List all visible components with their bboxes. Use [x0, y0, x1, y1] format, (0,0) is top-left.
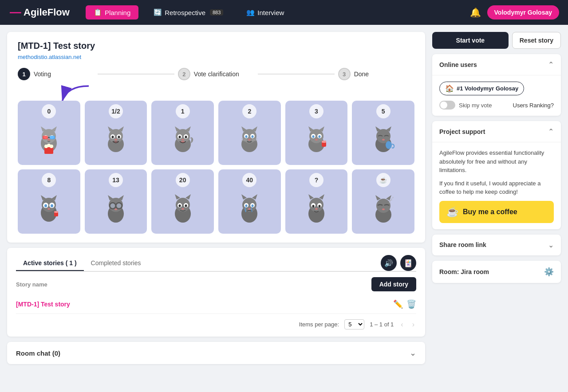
planning-nav-btn[interactable]: 📋 Planning [86, 5, 138, 20]
notifications-bell-button[interactable]: 🔔 [470, 7, 481, 18]
cat-half [96, 120, 135, 159]
interview-icon: 👥 [246, 8, 255, 16]
chat-chevron-down-icon: ⌄ [410, 348, 416, 358]
room-settings-card: Room: Jira room ⚙️ [432, 261, 561, 283]
story-name-link[interactable]: [MTD-1] Test story [16, 301, 393, 308]
card-value-5: 5 [376, 104, 390, 118]
cat-svg-1 [165, 122, 201, 157]
active-stories-tab[interactable]: Active stories ( 1 ) [16, 256, 84, 271]
svg-rect-8 [50, 136, 55, 139]
skip-vote-toggle[interactable] [439, 101, 455, 110]
right-panel: Start vote Reset story Online users ⌃ 🏠 … [432, 32, 561, 364]
card-value-8: 8 [42, 173, 56, 187]
step-1-circle: 1 [18, 68, 30, 80]
card-value-2: 2 [242, 104, 256, 118]
svg-point-53 [312, 135, 314, 138]
online-users-title: Online users [439, 61, 477, 68]
next-page-button[interactable]: › [410, 320, 416, 329]
completed-stories-tab[interactable]: Completed stories [84, 256, 148, 271]
buy-coffee-button[interactable]: ☕ Buy me a coffee [439, 201, 554, 223]
planning-label: Planning [105, 9, 130, 16]
svg-point-54 [318, 135, 320, 138]
svg-point-84 [114, 208, 117, 210]
volume-button[interactable]: 🔊 [381, 255, 397, 271]
project-support-body: AgileFlow provides essential functionali… [432, 142, 561, 229]
logo-text: AgileFlow [24, 7, 70, 18]
share-room-header[interactable]: Share room link ⌄ [432, 235, 561, 255]
story-link[interactable]: methodistio.atlassian.net [18, 54, 81, 60]
skip-vote-label: Skip my vote [459, 102, 492, 109]
cat-question [297, 189, 336, 228]
cards-button[interactable]: 🃏 [400, 255, 416, 271]
project-support-card: Project support ⌃ AgileFlow provides ess… [432, 121, 561, 229]
room-chat-section[interactable]: Room chat (0) ⌄ [7, 342, 425, 364]
vote-card-5[interactable]: 5 [352, 101, 414, 165]
step-3-label: Done [354, 71, 369, 78]
online-users-chevron-up-icon: ⌃ [548, 60, 554, 69]
svg-point-42 [248, 139, 251, 141]
story-row-actions: ✏️ 🗑️ [393, 299, 416, 309]
table-header: Story name Add story [16, 277, 416, 291]
vote-card-3[interactable]: 3 [285, 101, 348, 165]
tab-actions: 🔊 🃏 [381, 255, 416, 271]
edit-story-button[interactable]: ✏️ [393, 299, 403, 309]
vote-card-question[interactable]: ? [285, 169, 348, 234]
svg-point-21 [111, 136, 114, 138]
cat-1 [163, 120, 202, 159]
start-vote-button[interactable]: Start vote [432, 32, 509, 49]
home-icon: 🏠 [445, 84, 454, 93]
vote-card-2[interactable]: 2 [218, 101, 281, 165]
step-1-label: Voting [34, 71, 51, 78]
vote-card-13[interactable]: 13 [85, 169, 147, 234]
add-story-button[interactable]: Add story [371, 277, 416, 291]
card-value-20: 20 [176, 173, 190, 187]
stories-section: Active stories ( 1 ) Completed stories 🔊… [7, 248, 425, 337]
project-support-header[interactable]: Project support ⌃ [432, 121, 561, 142]
online-users-header[interactable]: Online users ⌃ [432, 54, 561, 75]
stories-tabs: Active stories ( 1 ) Completed stories 🔊… [16, 255, 416, 272]
vote-card-40[interactable]: 40 [218, 169, 281, 234]
svg-point-91 [178, 204, 181, 207]
retrospective-label: Retrospective [165, 9, 205, 16]
card-value-40: 40 [242, 173, 256, 187]
interview-nav-btn[interactable]: 👥 Interview [238, 5, 292, 20]
vote-card-half[interactable]: 1/2 [85, 101, 147, 165]
svg-point-55 [315, 139, 318, 141]
retrospective-nav-btn[interactable]: 🔄 Retrospective 883 [146, 5, 231, 20]
nav-right: 🔔 Volodymyr Golosay [470, 5, 559, 20]
prev-page-button[interactable]: ‹ [399, 320, 405, 329]
card-value-13: 13 [109, 173, 123, 187]
svg-point-71 [51, 204, 53, 208]
user-badge-label: #1 Volodymyr Golosay [457, 85, 518, 92]
step-2: 2 Vote clarification [178, 68, 254, 80]
delete-story-button[interactable]: 🗑️ [406, 299, 416, 309]
room-chat-title: Room chat (0) [16, 349, 60, 357]
card-value-half: 1/2 [109, 104, 123, 118]
cat-svg-half [98, 122, 134, 157]
per-page-select[interactable]: 5 10 25 [344, 319, 364, 329]
svg-point-14 [50, 145, 53, 148]
step-3-circle: 3 [338, 68, 351, 80]
cat-svg-40 [232, 191, 267, 226]
gear-icon[interactable]: ⚙️ [544, 267, 554, 277]
vote-card-8[interactable]: 8 [18, 169, 80, 234]
svg-point-10 [47, 139, 50, 141]
svg-point-40 [245, 135, 248, 138]
cat-coffee: z z z [364, 189, 403, 228]
room-header[interactable]: Room: Jira room ⚙️ [432, 261, 561, 283]
svg-point-33 [181, 139, 184, 141]
cat-svg-5 [366, 122, 401, 157]
vote-card-1[interactable]: 1 [151, 101, 214, 165]
vote-card-20[interactable]: 20 [151, 169, 214, 234]
svg-point-101 [252, 204, 254, 207]
reset-story-button[interactable]: Reset story [512, 32, 561, 49]
online-users-card: Online users ⌃ 🏠 #1 Volodymyr Golosay Sk… [432, 54, 561, 116]
users-ranking-link[interactable]: Users Ranking? [513, 102, 554, 109]
project-support-title: Project support [439, 128, 485, 135]
vote-card-0[interactable]: 0 [18, 101, 80, 165]
coffee-icon: ☕ [446, 206, 458, 218]
step-line-2 [258, 74, 334, 74]
card-value-question: ? [309, 173, 323, 187]
user-menu-button[interactable]: Volodymyr Golosay [487, 5, 559, 20]
vote-card-coffee[interactable]: ☕ z z [352, 169, 414, 234]
